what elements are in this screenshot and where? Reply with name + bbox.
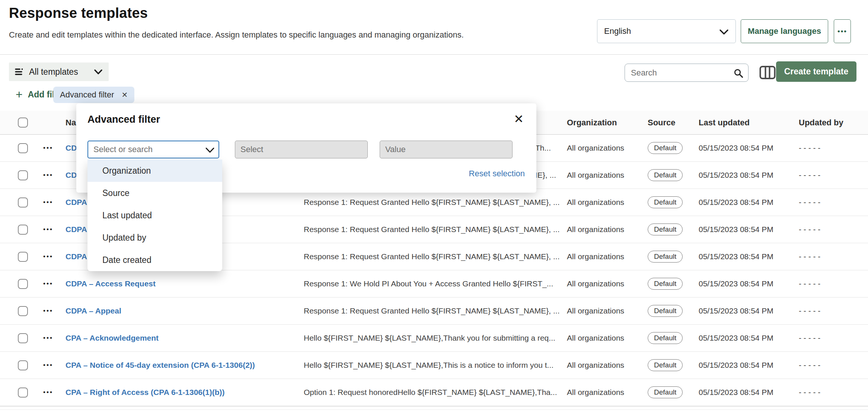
filter-operator-select	[235, 141, 368, 158]
source-badge: Default	[648, 224, 683, 235]
header-source: Source	[645, 118, 696, 128]
template-organization: All organizations	[564, 225, 645, 234]
last-updated: 05/15/2023 08:54 PM	[696, 361, 796, 370]
updated-by: - - - - -	[796, 198, 868, 207]
template-organization: All organizations	[564, 279, 645, 288]
footer-divider	[0, 409, 868, 410]
manage-languages-button[interactable]: Manage languages	[741, 19, 828, 43]
updated-by: - - - - -	[796, 334, 868, 343]
row-actions-menu[interactable]: •••	[39, 226, 63, 233]
overflow-menu-button[interactable]: •••	[834, 19, 851, 43]
table-row: ••• CPA – Notice of 45-day extension (CP…	[0, 352, 868, 379]
source-badge: Default	[648, 142, 683, 154]
template-organization: All organizations	[564, 388, 645, 397]
template-organization: All organizations	[564, 198, 645, 207]
row-checkbox[interactable]	[18, 279, 28, 289]
template-view-select[interactable]: All templates	[9, 62, 109, 81]
row-actions-menu[interactable]: •••	[39, 199, 63, 206]
template-organization: All organizations	[564, 171, 645, 180]
advanced-filter-chip-label: Advanced filter	[60, 90, 114, 100]
page-subtitle: Create and edit templates within the ded…	[9, 30, 464, 40]
last-updated: 05/15/2023 08:54 PM	[696, 252, 796, 261]
filter-option-organization[interactable]: Organization	[87, 160, 222, 182]
template-name-link[interactable]: CDPA – Access Request	[63, 279, 301, 288]
template-name-link[interactable]: CPA – Acknowledgement	[63, 334, 301, 343]
search-icon[interactable]	[733, 68, 744, 78]
filter-field-combobox[interactable]	[87, 141, 219, 158]
row-actions-menu[interactable]: •••	[39, 280, 63, 287]
response-templates-page: Response templates Create and edit templ…	[0, 0, 868, 418]
row-actions-menu[interactable]: •••	[39, 171, 63, 179]
updated-by: - - - - -	[796, 144, 868, 152]
search-input[interactable]	[625, 64, 748, 81]
header-updated-by: Updated by	[796, 118, 868, 128]
row-actions-menu[interactable]: •••	[39, 144, 63, 152]
filter-option-source[interactable]: Source	[87, 182, 222, 204]
row-actions-menu[interactable]: •••	[39, 334, 63, 342]
table-bottom-border	[0, 406, 868, 406]
plus-icon: +	[16, 89, 23, 100]
page-title: Response templates	[9, 5, 464, 21]
template-organization: All organizations	[564, 361, 645, 370]
template-organization: All organizations	[564, 252, 645, 261]
filter-option-date-created[interactable]: Date created	[87, 249, 222, 271]
last-updated: 05/15/2023 08:54 PM	[696, 306, 796, 315]
search-box	[625, 64, 749, 82]
template-description: Option 1: Request honoredHello ${FIRST_N…	[301, 388, 564, 397]
header-divider	[0, 54, 868, 55]
advanced-filter-chip[interactable]: Advanced filter ✕	[53, 87, 134, 103]
page-header: Response templates Create and edit templ…	[9, 5, 464, 40]
reset-selection-link[interactable]: Reset selection	[469, 169, 525, 179]
language-select[interactable]: English	[597, 19, 736, 43]
create-template-button[interactable]: Create template	[776, 61, 856, 82]
template-name-link[interactable]: CPA – Notice of 45-day extension (CPA 6-…	[63, 361, 301, 370]
language-select-value: English	[604, 26, 631, 36]
table-row: ••• CDPA – Access Request Response 1: We…	[0, 270, 868, 298]
row-checkbox[interactable]	[18, 170, 28, 180]
template-organization: All organizations	[564, 334, 645, 343]
filter-value-input	[380, 141, 513, 158]
columns-icon	[759, 65, 776, 80]
row-checkbox[interactable]	[18, 333, 28, 343]
updated-by: - - - - -	[796, 171, 868, 180]
template-organization: All organizations	[564, 306, 645, 315]
row-checkbox[interactable]	[18, 225, 28, 235]
chevron-down-icon	[94, 69, 103, 75]
chip-close-icon[interactable]: ✕	[122, 90, 128, 99]
manage-columns-button[interactable]	[759, 65, 776, 80]
row-actions-menu[interactable]: •••	[39, 361, 63, 369]
dialog-close-icon[interactable]: ✕	[514, 112, 524, 126]
filter-option-last-updated[interactable]: Last updated	[87, 204, 222, 226]
filter-option-updated-by[interactable]: Updated by	[87, 226, 222, 249]
row-checkbox[interactable]	[18, 143, 28, 153]
row-actions-menu[interactable]: •••	[39, 389, 63, 396]
list-filter-icon	[15, 67, 24, 76]
header-actions: English Manage languages •••	[597, 19, 851, 43]
select-all-checkbox[interactable]	[18, 118, 28, 128]
table-row: ••• CPA – Acknowledgement Hello ${FIRST_…	[0, 325, 868, 352]
last-updated: 05/15/2023 08:54 PM	[696, 334, 796, 343]
row-checkbox[interactable]	[18, 388, 28, 398]
header-organization: Organization	[564, 118, 645, 128]
row-actions-menu[interactable]: •••	[39, 307, 63, 315]
row-checkbox[interactable]	[18, 197, 28, 208]
template-description: Hello ${FIRST_NAME} ${LAST_NAME},Thank y…	[301, 334, 564, 343]
row-checkbox[interactable]	[18, 306, 28, 316]
header-last-updated: Last updated	[696, 118, 796, 128]
source-badge: Default	[648, 251, 683, 263]
template-name-link[interactable]: CPA – Right of Access (CPA 6-1-1306(1)(b…	[63, 388, 301, 397]
template-description: Response 1: We Hold PI About You + Acces…	[301, 279, 564, 288]
updated-by: - - - - -	[796, 388, 868, 397]
last-updated: 05/15/2023 08:54 PM	[696, 388, 796, 397]
filter-field-dropdown: OrganizationSourceLast updatedUpdated by…	[87, 160, 222, 271]
template-name-link[interactable]: CDPA – Appeal	[63, 306, 301, 315]
source-badge: Default	[648, 359, 683, 371]
updated-by: - - - - -	[796, 252, 868, 261]
updated-by: - - - - -	[796, 279, 868, 288]
row-checkbox[interactable]	[18, 252, 28, 262]
row-checkbox[interactable]	[18, 360, 28, 370]
template-description: Hello ${FIRST_NAME} ${LAST_NAME},This is…	[301, 361, 564, 370]
source-badge: Default	[648, 332, 683, 344]
source-badge: Default	[648, 169, 683, 181]
row-actions-menu[interactable]: •••	[39, 253, 63, 260]
